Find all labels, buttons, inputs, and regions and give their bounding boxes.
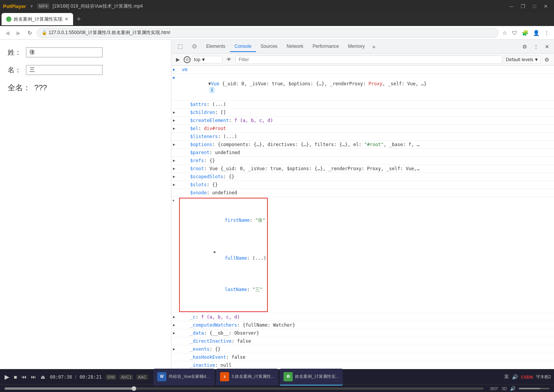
console-line: ▶ _events: {} <box>171 345 554 353</box>
surname-input[interactable] <box>26 47 103 57</box>
console-toolbar: ▶ ⊘ top ▼ 👁 Default levels ▼ ⚙ <box>171 54 554 66</box>
console-line-highlighted: + firstName: "张" ▶ fullName: (...) lastN… <box>171 197 554 313</box>
console-text: $createElement: f (a, b, c, d) <box>179 117 273 124</box>
console-eye-icon[interactable]: 👁 <box>224 55 234 63</box>
vol-label: 🔊 <box>510 386 516 391</box>
surname-label: 姓： <box>8 48 23 57</box>
expand-icon[interactable]: ▶ <box>173 125 175 132</box>
tab-close-btn[interactable]: ✕ <box>65 16 68 22</box>
console-stop-icon[interactable]: ⊘ <box>184 56 191 63</box>
tray-volume-icon[interactable]: 🔊 <box>512 374 518 380</box>
expand-icon[interactable]: ▶ <box>173 166 175 172</box>
name-row: 名： <box>8 65 163 75</box>
expand-icon[interactable]: ▶ <box>173 314 175 320</box>
media-progress-bar[interactable] <box>5 387 484 390</box>
expand-icon[interactable]: ▶ <box>173 109 175 115</box>
refresh-btn[interactable]: ↻ <box>25 28 34 37</box>
tray-user: 守木栀2 <box>536 374 551 380</box>
expand-icon[interactable]: ▶ <box>173 330 175 336</box>
eject-btn[interactable]: ⏏ <box>39 372 47 381</box>
address-bar[interactable]: 🔒 127.0.0.1:5500/08_计算属性/3.姓名案例_计算属性实现.h… <box>37 28 499 38</box>
console-line: ▶ _data: {__ob__: Observer} <box>171 329 554 337</box>
prev-btn[interactable]: ⏮ <box>20 372 28 381</box>
system-tray: 英 🔊 CSDN 守木栀2 <box>504 374 551 380</box>
fullname-value: ??? <box>34 83 47 92</box>
tab-network[interactable]: Network <box>282 41 308 52</box>
expand-icon[interactable]: ▶ <box>173 346 175 352</box>
console-filter-input[interactable] <box>235 55 502 64</box>
maximize-btn[interactable]: □ <box>530 3 539 10</box>
progress-thumb <box>132 386 136 391</box>
forward-btn[interactable]: ▶ <box>14 28 23 37</box>
devtools-close-btn[interactable]: ✕ <box>542 41 552 52</box>
taskbar-app-word[interactable]: W 尚硅谷_Vue全家桶d... <box>153 369 215 385</box>
page-content: 姓： 名： 全名： ??? <box>0 40 171 369</box>
taskbar-app-3[interactable]: 3 3.姓名案例_计算属性... <box>216 369 278 385</box>
main-area: 姓： 名： 全名： ??? ⬚ ⊙ Elements Console Sourc… <box>0 40 554 369</box>
expand-icon[interactable]: ▶ <box>173 174 175 180</box>
plus-indicator: + <box>172 198 175 204</box>
devtools-settings-icon[interactable]: ⚙ <box>519 41 530 52</box>
tab-elements[interactable]: Elements <box>202 41 230 52</box>
log-levels-dropdown[interactable]: Default levels ▼ <box>504 56 541 63</box>
next-btn[interactable]: ⏭ <box>29 372 37 381</box>
extensions-icon[interactable]: 🧩 <box>520 28 530 37</box>
tab-cursor-icon[interactable]: ⬚ <box>173 41 187 53</box>
tray-lang[interactable]: 英 <box>504 374 509 380</box>
tab-more-btn[interactable]: » <box>369 41 378 52</box>
profile-icon[interactable]: 👤 <box>531 28 541 37</box>
address-text: 127.0.0.1:5500/08_计算属性/3.姓名案例_计算属性实现.htm… <box>49 29 170 36</box>
fullname-line: ▶ fullName: (...) <box>181 242 266 268</box>
console-line: ▶ $refs: {} <box>171 157 554 165</box>
app-browser-icon: 姓 <box>284 372 293 381</box>
tab-inspect-icon[interactable]: ⊙ <box>187 41 202 53</box>
stop-btn[interactable]: ■ <box>12 372 18 382</box>
lock-icon: 🔒 <box>42 30 47 35</box>
context-selector[interactable]: top ▼ <box>192 56 223 63</box>
more-icon[interactable]: ⋮ <box>543 28 551 37</box>
close-btn[interactable]: ✕ <box>541 3 551 10</box>
console-run-icon[interactable]: ▶ <box>174 55 182 63</box>
console-line: ▶ $scopedSlots: {} <box>171 173 554 181</box>
devtools-more-icon[interactable]: ⋮ <box>530 41 542 52</box>
name-input[interactable] <box>26 65 103 75</box>
fullname-arrow[interactable]: ▶ <box>214 250 216 254</box>
tab-bar: 姓名案例_计算属性实现 ✕ + <box>0 12 554 26</box>
expand-icon[interactable]: ▶ <box>173 322 175 328</box>
console-settings-icon[interactable]: ⚙ <box>542 55 552 64</box>
minimize-btn[interactable]: ─ <box>507 3 516 10</box>
vol-bar[interactable] <box>519 388 549 389</box>
console-line: ▶ vm <box>171 66 554 74</box>
app-3-icon: 3 <box>220 372 229 381</box>
play-btn[interactable]: ▶ <box>3 372 11 382</box>
back-btn[interactable]: ◀ <box>3 28 12 37</box>
tab-memory[interactable]: Memory <box>344 41 369 52</box>
shield-icon[interactable]: 🛡 <box>510 28 519 37</box>
expand-arrow[interactable]: ◀ <box>172 75 174 81</box>
taskbar-app-browser[interactable]: 姓 姓名案例_计算属性实... <box>280 369 342 385</box>
expand-icon[interactable]: ▶ <box>173 182 175 188</box>
title-format: MP4 <box>37 3 50 9</box>
3d-label: 3D <box>502 386 507 391</box>
expand-icon[interactable]: ▶ <box>173 117 175 124</box>
console-text: $listeners: (...) <box>179 133 237 140</box>
restore-btn[interactable]: ❐ <box>518 3 528 10</box>
taskbar-apps: ▶ ■ ⏮ ⏭ ⏏ 00:07:38 / 00:28:21 S/W AVC1 A… <box>0 369 554 385</box>
expand-icon[interactable]: ▶ <box>173 142 175 148</box>
app-word-label: 尚硅谷_Vue全家桶d... <box>169 374 210 379</box>
console-text: $slots: {} <box>179 182 218 188</box>
lastname-line: lastName: "三" <box>181 280 266 299</box>
console-line: ▶ $root: Vue {_uid: 0, _isVue: true, $op… <box>171 165 554 173</box>
tray-csdn-icon[interactable]: CSDN <box>521 375 533 379</box>
new-tab-btn[interactable]: + <box>74 14 84 25</box>
console-text: _inactive: null <box>179 362 231 368</box>
bookmark-icon[interactable]: ☆ <box>501 28 509 37</box>
active-tab[interactable]: 姓名案例_计算属性实现 ✕ <box>2 13 73 25</box>
collapse-arrow[interactable]: ▶ <box>173 67 175 73</box>
tab-console[interactable]: Console <box>230 41 256 52</box>
console-line: $listeners: (...) <box>171 133 554 141</box>
expand-icon[interactable]: ▶ <box>173 158 175 164</box>
tab-sources[interactable]: Sources <box>256 41 282 52</box>
console-text: $parent: undefined <box>179 150 240 156</box>
tab-performance[interactable]: Performance <box>308 41 344 52</box>
